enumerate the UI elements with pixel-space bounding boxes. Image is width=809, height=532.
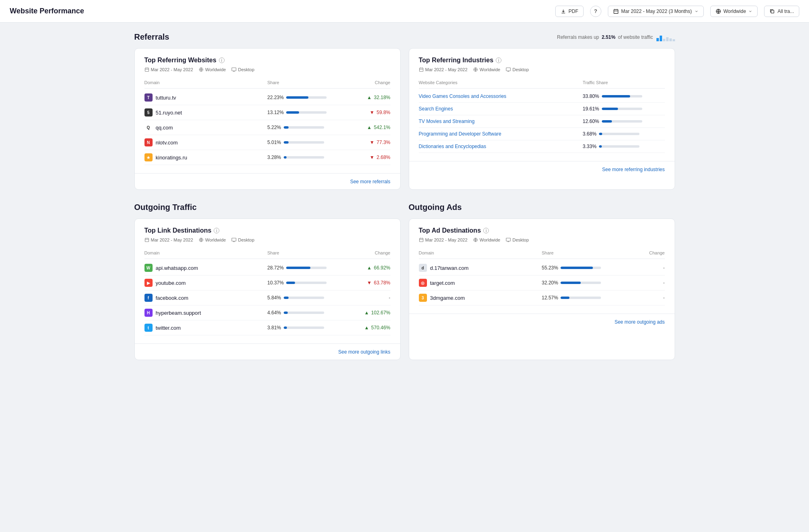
meta-date-industries: Mar 2022 - May 2022: [419, 67, 468, 72]
change-value: 63.78%: [372, 280, 390, 286]
change-value: -: [387, 295, 390, 301]
domain-name: d.17tanwan.com: [430, 265, 469, 271]
industry-name[interactable]: Programming and Developer Software: [419, 131, 501, 137]
table-row: 3 3dmgame.com 12.57% -: [419, 290, 665, 305]
progress-bar-fill: [286, 111, 299, 114]
industries-card-footer: See more referring industries: [409, 161, 675, 177]
svg-rect-0: [614, 9, 618, 13]
pdf-button[interactable]: PDF: [555, 6, 584, 17]
industry-name[interactable]: Dictionaries and Encyclopedias: [419, 144, 486, 149]
table-row: d d.17tanwan.com 55.23% -: [419, 261, 665, 276]
change-value: 77.3%: [375, 140, 390, 145]
change-value: 102.67%: [370, 310, 391, 316]
progress-bar-fill: [286, 96, 308, 99]
share-value: 5.22%: [268, 125, 281, 130]
domain-cell: ▶ youtube.com: [144, 279, 268, 287]
change-cell: -: [329, 295, 391, 301]
referrals-note-text: Referrals makes up 2.51% of website traf…: [557, 34, 653, 40]
svg-rect-2: [771, 10, 774, 13]
links-table-header: Domain Share Change: [144, 249, 391, 259]
see-more-links-link[interactable]: See more outgoing links: [338, 349, 391, 355]
site-icon: H: [144, 309, 153, 317]
globe-icon-sm2: [473, 67, 478, 72]
share-cell: 5.22%: [268, 125, 329, 130]
meta-date-websites: Mar 2022 - May 2022: [144, 67, 193, 72]
table-row: H hyperbeam.support 4.64% ▲ 102.67%: [144, 305, 391, 320]
progress-bar-fill: [284, 141, 289, 144]
see-more-industries-link[interactable]: See more referring industries: [602, 167, 665, 172]
meta-date-links: Mar 2022 - May 2022: [144, 237, 193, 242]
top-link-destinations-info[interactable]: i: [214, 228, 219, 233]
site-icon: W: [144, 264, 153, 272]
change-value: -: [662, 280, 665, 286]
site-icon: 5: [144, 108, 153, 117]
site-icon: d: [419, 264, 427, 272]
domain-cell: 3 3dmgame.com: [419, 294, 542, 302]
traffic-share-value: 12.60%: [583, 119, 599, 124]
globe-icon-sm4: [473, 237, 478, 242]
page-title: Website Performance: [10, 7, 84, 15]
all-traffic-button[interactable]: All tra...: [764, 6, 799, 17]
change-cell: ▼ 77.3%: [329, 140, 391, 145]
industries-table-body: Video Games Consoles and Accessories 33.…: [419, 90, 665, 153]
site-icon: T: [144, 93, 153, 102]
industry-name[interactable]: TV Movies and Streaming: [419, 119, 475, 124]
progress-bar: [286, 111, 327, 114]
progress-bar-fill: [284, 126, 289, 129]
help-button[interactable]: ?: [590, 6, 601, 17]
see-more-ads-link[interactable]: See more outgoing ads: [614, 319, 665, 325]
top-referring-industries-meta: Mar 2022 - May 2022 Worldwide Desktop: [419, 67, 665, 72]
globe-icon-sm: [199, 67, 204, 72]
meta-region-industries: Worldwide: [473, 67, 500, 72]
meta-device-websites: Desktop: [231, 67, 254, 72]
date-range-button[interactable]: Mar 2022 - May 2022 (3 Months): [608, 6, 704, 17]
meta-device-links: Desktop: [231, 237, 254, 242]
industry-name[interactable]: Video Games Consoles and Accessories: [419, 93, 507, 99]
progress-bar: [286, 267, 327, 269]
svg-rect-3: [145, 68, 149, 71]
domain-cell: N nlotv.com: [144, 138, 268, 146]
links-table-body: W api.whatsapp.com 28.72% ▲ 66.92% ▶ you…: [144, 261, 391, 335]
calendar-icon: [613, 8, 619, 14]
top-ad-destinations-info[interactable]: i: [483, 228, 489, 233]
traffic-share-value: 3.68%: [583, 131, 597, 137]
share-cell: 3.81%: [268, 325, 329, 331]
desktop-icon-sm3: [231, 237, 236, 242]
region-button[interactable]: Worldwide: [710, 6, 758, 17]
top-referring-industries-info[interactable]: i: [496, 57, 501, 63]
change-cell: ▲ 32.18%: [329, 95, 391, 100]
calendar-icon-sm2: [419, 67, 424, 72]
domain-name: api.whatsapp.com: [156, 265, 198, 271]
domain-name: facebook.com: [156, 295, 189, 301]
progress-bar-fill-industries: [602, 120, 612, 123]
share-value: 3.81%: [268, 325, 281, 331]
see-more-referrals-link[interactable]: See more referrals: [350, 179, 390, 184]
websites-card-footer: See more referrals: [135, 173, 400, 189]
domain-cell: T tutturu.tv: [144, 93, 268, 102]
top-referring-websites-info[interactable]: i: [219, 57, 225, 63]
change-value: 542.1%: [372, 125, 390, 130]
svg-rect-12: [419, 238, 423, 242]
change-arrow: ▲: [367, 265, 372, 271]
top-referring-websites-meta: Mar 2022 - May 2022 Worldwide Desktop: [144, 67, 391, 72]
table-row: ★ kinoratings.ru 3.28% ▼ 2.68%: [144, 150, 391, 165]
domain-name: hyperbeam.support: [156, 310, 201, 316]
change-value: 32.18%: [372, 95, 390, 100]
meta-device-industries: Desktop: [506, 67, 529, 72]
top-ad-destinations-title: Top Ad Destinations i: [419, 227, 665, 234]
domain-cell: 5 51.ruyo.net: [144, 108, 268, 117]
share-cell: 32.20%: [542, 280, 603, 286]
traffic-share-value: 3.33%: [583, 144, 597, 149]
progress-bar: [284, 312, 324, 314]
industry-name[interactable]: Search Engines: [419, 106, 453, 112]
change-value: 2.68%: [375, 155, 390, 160]
share-value: 28.72%: [268, 265, 284, 271]
progress-bar-industries: [599, 133, 639, 135]
share-cell: 55.23%: [542, 265, 603, 271]
websites-table-header: Domain Share Change: [144, 78, 391, 89]
site-icon: N: [144, 138, 153, 146]
progress-bar-fill: [284, 326, 287, 329]
websites-table-body: T tutturu.tv 22.23% ▲ 32.18% 5 51.ruyo.n…: [144, 90, 391, 165]
progress-bar-fill: [284, 312, 288, 314]
top-referring-websites-card: Top Referring Websites i Mar 2022 - May …: [134, 48, 401, 190]
